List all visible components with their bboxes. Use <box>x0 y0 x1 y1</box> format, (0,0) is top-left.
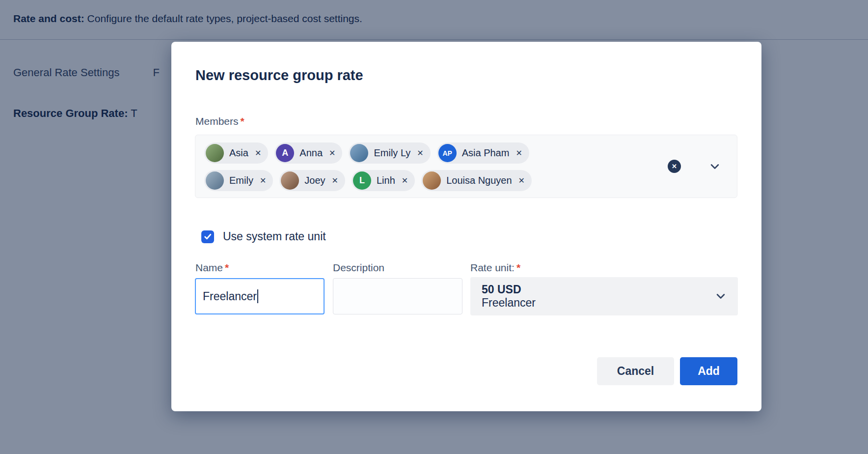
member-name: Louisa Nguyen <box>446 175 512 186</box>
rate-unit-secondary: Freelancer <box>482 296 536 310</box>
members-chevron-down-icon[interactable] <box>709 161 720 172</box>
member-avatar <box>423 171 441 190</box>
name-input-value: Freelancer <box>203 290 257 303</box>
member-name: Linh <box>377 175 395 186</box>
member-chip: Asia ✕ <box>204 142 268 164</box>
rate-unit-required-mark: * <box>516 262 520 273</box>
rate-unit-select[interactable]: 50 USD Freelancer <box>470 277 738 315</box>
remove-member-icon[interactable]: ✕ <box>400 176 410 186</box>
member-chip: Emily Ly ✕ <box>349 142 430 164</box>
new-resource-group-rate-modal: New resource group rate Members* Asia ✕ … <box>171 42 761 411</box>
member-chip: L Linh ✕ <box>352 170 415 191</box>
modal-actions: Cancel Add <box>597 357 737 385</box>
member-name: Anna <box>299 147 323 159</box>
member-avatar <box>350 144 368 162</box>
modal-title: New resource group rate <box>195 67 363 84</box>
remove-member-icon[interactable]: ✕ <box>327 148 337 158</box>
rate-unit-chevron-down-icon <box>715 277 726 315</box>
member-avatar <box>206 144 224 162</box>
clear-all-members-icon[interactable]: ✕ <box>668 160 681 173</box>
remove-member-icon[interactable]: ✕ <box>415 148 425 158</box>
member-name: Asia Pham <box>462 147 510 159</box>
member-chip: Emily ✕ <box>204 170 273 191</box>
member-avatar: L <box>353 171 371 190</box>
cancel-button[interactable]: Cancel <box>597 357 674 385</box>
rate-unit-selected-value: 50 USD Freelancer <box>470 283 536 310</box>
description-input[interactable] <box>333 279 462 314</box>
text-cursor <box>257 289 258 303</box>
member-avatar: A <box>276 144 294 162</box>
member-name: Asia <box>229 147 248 159</box>
remove-member-icon[interactable]: ✕ <box>516 176 527 186</box>
use-system-rate-unit-label: Use system rate unit <box>223 230 326 243</box>
remove-member-icon[interactable]: ✕ <box>330 176 340 186</box>
description-field <box>333 278 462 314</box>
use-system-rate-unit-row: Use system rate unit <box>201 230 326 243</box>
members-label-text: Members <box>195 115 239 127</box>
member-name: Emily Ly <box>374 147 410 159</box>
member-chip: Louisa Nguyen ✕ <box>421 170 532 191</box>
use-system-rate-unit-checkbox[interactable] <box>201 230 214 243</box>
description-label: Description <box>333 262 384 274</box>
member-chip: A Anna ✕ <box>274 142 342 164</box>
name-label-text: Name <box>195 262 223 273</box>
rate-unit-label: Rate unit:* <box>470 262 520 274</box>
members-required-mark: * <box>241 115 244 127</box>
members-chips: Asia ✕ A Anna ✕ Emily Ly ✕ AP Asia Pham … <box>204 142 597 191</box>
members-controls: ✕ <box>668 135 737 198</box>
member-avatar <box>281 171 299 190</box>
name-label: Name* <box>195 262 229 274</box>
member-avatar <box>206 171 224 190</box>
member-name: Joey <box>304 175 325 186</box>
name-required-mark: * <box>225 262 229 273</box>
remove-member-icon[interactable]: ✕ <box>253 148 263 158</box>
rate-unit-label-text: Rate unit: <box>470 262 515 273</box>
member-chip: AP Asia Pham ✕ <box>437 142 529 164</box>
check-icon <box>204 232 212 241</box>
remove-member-icon[interactable]: ✕ <box>258 176 268 186</box>
member-name: Emily <box>229 175 253 186</box>
member-avatar: AP <box>438 144 457 162</box>
add-button[interactable]: Add <box>680 357 737 385</box>
members-multiselect[interactable]: Asia ✕ A Anna ✕ Emily Ly ✕ AP Asia Pham … <box>195 135 737 198</box>
members-label: Members* <box>195 115 244 127</box>
remove-member-icon[interactable]: ✕ <box>514 148 524 158</box>
rate-unit-primary: 50 USD <box>482 283 536 296</box>
name-input[interactable]: Freelancer <box>195 278 325 314</box>
member-chip: Joey ✕ <box>279 170 345 191</box>
